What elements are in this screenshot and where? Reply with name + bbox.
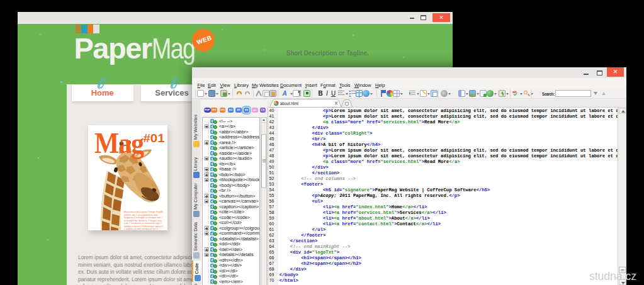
- svg-text:nulla // vestibulum ac element: nulla // vestibulum ac elementum eget //: [124, 222, 162, 225]
- svg-text:sodales in lectus // Pellentes: sodales in lectus // Pellentesque porta …: [124, 225, 163, 227]
- svg-text:#01: #01: [143, 131, 164, 145]
- svg-text:about.html: about.html: [280, 101, 298, 106]
- svg-text:at tristique nec dictum ac //: at tristique nec dictum ac // feugiat ju…: [124, 219, 162, 221]
- svg-text:feugiat eu // In fringilla sce: feugiat eu // In fringilla scelerisque s…: [124, 216, 162, 219]
- svg-text:pretium velit // at condimentu: pretium velit // at condimentum ante: [124, 213, 158, 216]
- svg-text:Maecenas et dui sapien // Inte: Maecenas et dui sapien // Integer fringi…: [124, 211, 163, 213]
- svg-text:// sodales sit amet vestibulum: // sodales sit amet vestibulum nec //: [124, 228, 158, 230]
- svg-text:Mag: Mag: [94, 126, 144, 159]
